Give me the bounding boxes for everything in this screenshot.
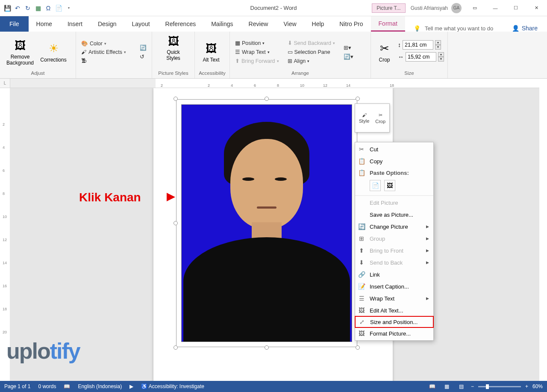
float-crop-button[interactable]: ✂ Crop <box>375 112 385 124</box>
ctx-insert-caption[interactable]: 📝Insert Caption... <box>355 280 433 292</box>
qat-item-2-icon[interactable]: Ω <box>44 3 53 13</box>
ctx-wrap-text[interactable]: ☰Wrap Text▶ <box>355 292 433 304</box>
corrections-button[interactable]: ☀ Corrections <box>37 41 70 63</box>
quick-styles-button[interactable]: 🖼 Quick Styles <box>161 33 186 62</box>
rotate-button[interactable]: 🔄▾ <box>342 53 355 61</box>
group-button-ribbon[interactable]: ⊞▾ <box>342 44 355 52</box>
tab-format[interactable]: Format <box>371 16 405 32</box>
ctx-cut[interactable]: ✂Cut <box>355 143 433 155</box>
ctx-save-picture[interactable]: Save as Picture... <box>355 209 433 221</box>
minimize-icon[interactable]: — <box>485 2 505 15</box>
remove-background-button[interactable]: 🖼 Remove Background <box>3 38 37 66</box>
tab-view[interactable]: View <box>276 16 304 32</box>
zoom-slider[interactable] <box>478 386 521 387</box>
height-input[interactable]: ↕ 21,81 cm ▲▼ <box>398 40 444 50</box>
status-bar: Page 1 of 1 0 words 📖 English (Indonesia… <box>0 381 547 392</box>
word-count[interactable]: 0 words <box>38 383 56 389</box>
height-up[interactable]: ▲ <box>435 40 441 45</box>
resize-handle[interactable] <box>265 97 269 101</box>
width-value[interactable]: 15,92 cm <box>406 52 436 62</box>
ctx-copy[interactable]: 📋Copy <box>355 155 433 167</box>
close-icon[interactable]: ✕ <box>526 2 546 15</box>
width-up[interactable]: ▲ <box>438 52 444 57</box>
width-input[interactable]: ↔ 15,92 cm ▲▼ <box>398 52 444 62</box>
ctx-link[interactable]: 🔗Link <box>355 268 433 280</box>
height-value[interactable]: 21,81 cm <box>403 40 433 50</box>
file-tab[interactable]: File <box>0 16 29 32</box>
size-group-label: Size <box>374 71 444 77</box>
tab-review[interactable]: Review <box>241 16 276 32</box>
tab-home[interactable]: Home <box>29 16 60 32</box>
wraptext-button[interactable]: ☰Wrap Text▾ <box>233 48 281 56</box>
bring-icon: ⬆ <box>235 58 240 64</box>
compress-icon: 🗜 <box>81 58 87 64</box>
maximize-icon[interactable]: ☐ <box>506 2 526 15</box>
read-mode-icon[interactable]: 📖 <box>427 383 438 390</box>
align-button[interactable]: ⊞Align▾ <box>286 57 337 65</box>
paste-picture[interactable]: 🖼 <box>384 180 395 191</box>
share-button[interactable]: 👤 Share <box>512 25 547 32</box>
compress-pictures-button[interactable]: 🗜 <box>79 57 136 65</box>
alt-text-button[interactable]: 🖼 Alt Text <box>198 41 224 63</box>
resize-handle[interactable] <box>174 345 178 350</box>
paste-keep-source[interactable]: 📄 <box>370 180 381 191</box>
bring-forward-button[interactable]: ⬆Bring Forward▾ <box>233 57 281 65</box>
vertical-ruler[interactable]: 2 4 6 8 10 12 14 16 18 20 <box>0 88 10 381</box>
horizontal-ruler[interactable]: 2 2 4 6 8 10 12 14 18 <box>10 79 539 88</box>
print-layout-icon[interactable]: ▦ <box>442 383 452 390</box>
zoom-out-icon[interactable]: − <box>471 383 474 389</box>
ctx-change-picture[interactable]: 🔄Change Picture▶ <box>355 221 433 233</box>
color-button[interactable]: 🎨Color▾ <box>79 39 136 47</box>
language-status[interactable]: English (Indonesia) <box>78 383 122 389</box>
float-crop-label: Crop <box>375 119 385 124</box>
web-layout-icon[interactable]: ▤ <box>456 383 467 390</box>
qat-item-3-icon[interactable]: 📄 <box>54 3 63 13</box>
crop-button[interactable]: ✂ Crop <box>374 41 394 63</box>
page-status[interactable]: Page 1 of 1 <box>4 383 30 389</box>
zoom-in-icon[interactable]: + <box>525 383 528 389</box>
contextual-tab[interactable]: Picture T... <box>372 3 405 13</box>
avatar[interactable]: GA <box>451 3 462 13</box>
position-button[interactable]: ▦Position▾ <box>233 39 281 47</box>
resize-handle[interactable] <box>265 345 269 350</box>
redo-icon[interactable]: ↻ <box>23 3 32 13</box>
ruler-corner: L <box>0 79 10 88</box>
artistic-effects-button[interactable]: 🖌Artistic Effects▾ <box>79 48 136 56</box>
ctx-edit-alt-text[interactable]: 🖼Edit Alt Text... <box>355 304 433 316</box>
change-picture-icon-btn[interactable]: 🔄 <box>138 44 148 52</box>
reset-picture-icon-btn[interactable]: ↺ <box>138 53 148 61</box>
qat-item-1-icon[interactable]: ▦ <box>33 3 43 13</box>
save-icon[interactable]: 💾 <box>3 3 12 13</box>
tab-layout[interactable]: Layout <box>124 16 158 32</box>
tab-help[interactable]: Help <box>304 16 332 32</box>
resize-handle[interactable] <box>356 97 360 101</box>
tab-mailings[interactable]: Mailings <box>203 16 241 32</box>
ctx-format-picture[interactable]: 🖼Format Picture... <box>355 327 433 339</box>
selection-pane-button[interactable]: ▭Selection Pane <box>286 48 337 56</box>
resize-handle[interactable] <box>356 345 360 350</box>
width-down[interactable]: ▼ <box>438 57 444 62</box>
spellcheck-icon[interactable]: 📖 <box>64 383 70 389</box>
tab-design[interactable]: Design <box>90 16 124 32</box>
tab-references[interactable]: References <box>158 16 204 32</box>
selected-image[interactable] <box>176 99 357 347</box>
corrections-label: Corrections <box>40 57 66 63</box>
accessibility-status[interactable]: ♿ Accessibility: Investigate <box>141 383 204 389</box>
zoom-level[interactable]: 60% <box>532 383 543 389</box>
ctx-size-and-position[interactable]: ⤢Size and Position... <box>355 316 434 328</box>
context-menu: ✂Cut 📋Copy 📋Paste Options: 📄 🖼 Edit Pict… <box>355 142 434 341</box>
tab-nitro[interactable]: Nitro Pro <box>332 16 371 32</box>
macro-icon[interactable]: ▶ <box>129 383 133 389</box>
ribbon-options-icon[interactable]: ▭ <box>465 2 485 15</box>
resize-handle[interactable] <box>174 221 178 225</box>
resize-handle[interactable] <box>174 97 178 101</box>
float-style-button[interactable]: 🖌 Style <box>359 112 369 124</box>
tell-me-search[interactable]: 💡 Tell me what you want to do <box>405 25 512 32</box>
tab-insert[interactable]: Insert <box>60 16 90 32</box>
ctx-bring-front: ⬆Bring to Front▶ <box>355 245 433 256</box>
corrections-icon: ☀ <box>46 41 61 56</box>
undo-icon[interactable]: ↶ <box>13 3 22 13</box>
qat-more-icon[interactable]: ▾ <box>64 3 74 13</box>
height-down[interactable]: ▼ <box>435 45 441 50</box>
send-backward-button[interactable]: ⬇Send Backward▾ <box>286 39 337 47</box>
